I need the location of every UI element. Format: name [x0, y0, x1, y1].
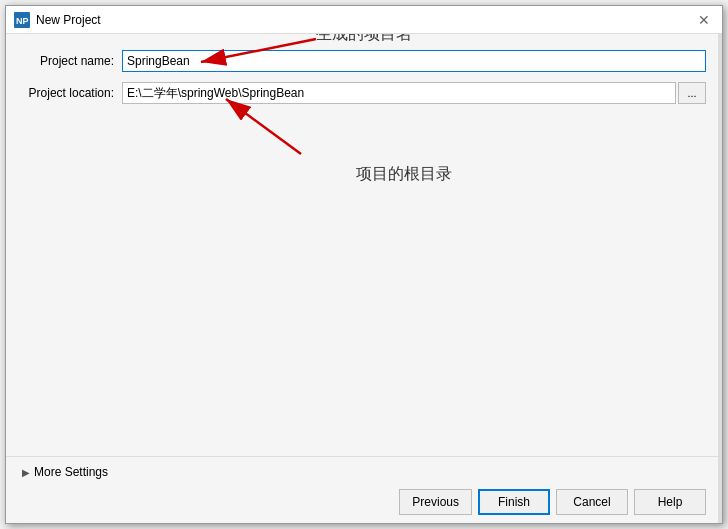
finish-button[interactable]: Finish	[478, 489, 550, 515]
project-location-row: Project location: ...	[22, 82, 706, 104]
help-button[interactable]: Help	[634, 489, 706, 515]
project-name-row: Project name:	[22, 50, 706, 72]
more-settings-arrow-icon: ▶	[22, 467, 30, 478]
dialog-icon: NP	[14, 12, 30, 28]
project-location-label: Project location:	[22, 86, 122, 100]
top-annotation-label: 生成的项目名	[316, 34, 412, 42]
content-area: 生成的项目名 Project name: Project lo	[6, 34, 722, 456]
previous-button[interactable]: Previous	[399, 489, 472, 515]
more-settings-toggle[interactable]: ▶ More Settings	[22, 465, 706, 479]
more-settings-label: More Settings	[34, 465, 108, 479]
svg-text:NP: NP	[16, 16, 29, 26]
new-project-dialog: NP New Project ✕ 生成的项目名	[5, 5, 723, 524]
cancel-button[interactable]: Cancel	[556, 489, 628, 515]
svg-line-5	[226, 99, 301, 154]
browse-button[interactable]: ...	[678, 82, 706, 104]
dialog-title: New Project	[36, 13, 694, 27]
resize-handle[interactable]	[718, 34, 722, 523]
bottom-bar: ▶ More Settings Previous Finish Cancel H…	[6, 456, 722, 523]
project-name-label: Project name:	[22, 54, 122, 68]
project-location-input[interactable]	[122, 82, 676, 104]
title-bar: NP New Project ✕	[6, 6, 722, 34]
close-button[interactable]: ✕	[694, 10, 714, 30]
button-row: Previous Finish Cancel Help	[22, 489, 706, 515]
project-name-input[interactable]	[122, 50, 706, 72]
mid-annotation-label: 项目的根目录	[356, 164, 452, 185]
